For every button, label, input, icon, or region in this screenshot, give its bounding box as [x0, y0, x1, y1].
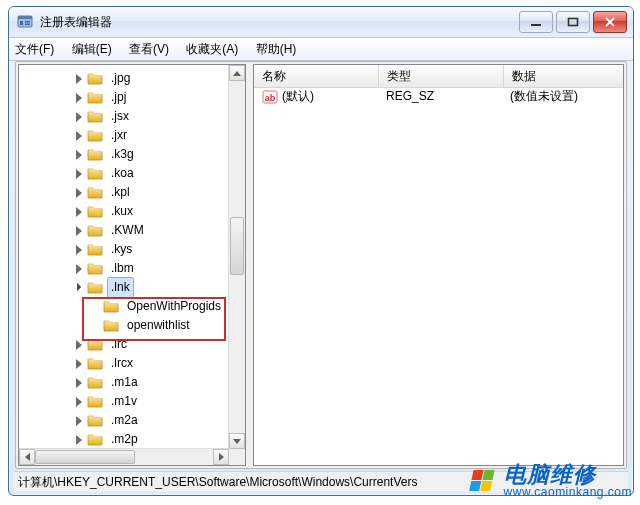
tree-node[interactable]: .kys: [19, 240, 229, 259]
svg-rect-4: [25, 24, 30, 26]
scroll-left-button[interactable]: [19, 449, 35, 465]
menu-help[interactable]: 帮助(H): [256, 42, 297, 56]
tree-node[interactable]: .lrcx: [19, 354, 229, 373]
tree-scrollbar-vertical[interactable]: [228, 65, 245, 449]
svg-rect-11: [469, 481, 481, 491]
windows-flag-icon: [468, 468, 498, 494]
folder-icon: [103, 319, 119, 332]
tree-node-label: .lrcx: [107, 353, 137, 374]
watermark-site: www.caominkang.com: [504, 486, 632, 499]
tree-node-label: OpenWithProgids: [123, 296, 225, 317]
tree-collapse-icon[interactable]: [73, 187, 85, 199]
splitter[interactable]: [246, 64, 251, 466]
tree-node-label: .jpj: [107, 87, 130, 108]
list-body[interactable]: ab (默认) REG_SZ (数值未设置): [254, 87, 623, 465]
scroll-down-button[interactable]: [229, 433, 245, 449]
tree-node-label: .jpg: [107, 68, 134, 89]
tree-collapse-icon[interactable]: [73, 206, 85, 218]
tree-collapse-icon[interactable]: [73, 434, 85, 446]
folder-icon: [87, 376, 103, 389]
scrollbar-corner: [229, 449, 245, 465]
tree-collapse-icon[interactable]: [73, 225, 85, 237]
folder-icon: [87, 186, 103, 199]
tree-node[interactable]: .k3g: [19, 145, 229, 164]
folder-icon: [87, 224, 103, 237]
tree-node[interactable]: .KWM: [19, 221, 229, 240]
folder-icon: [87, 433, 103, 446]
tree-node[interactable]: .kux: [19, 202, 229, 221]
tree-node-label: .m2p: [107, 429, 142, 449]
tree-collapse-icon[interactable]: [73, 339, 85, 351]
tree-node-label: .kys: [107, 239, 136, 260]
tree-collapse-icon[interactable]: [73, 358, 85, 370]
column-header-data[interactable]: 数据: [504, 65, 623, 87]
tree-node[interactable]: .m1a: [19, 373, 229, 392]
client-area: .jpg.jpj.jsx.jxr.k3g.koa.kpl.kux.KWM.kys…: [15, 61, 627, 469]
folder-icon: [87, 167, 103, 180]
tree-node[interactable]: openwithlist: [19, 316, 229, 335]
tree-node[interactable]: .lbm: [19, 259, 229, 278]
tree-node[interactable]: .m2a: [19, 411, 229, 430]
folder-icon: [87, 414, 103, 427]
tree-collapse-icon[interactable]: [73, 415, 85, 427]
menu-file[interactable]: 文件(F): [15, 42, 54, 56]
menu-edit[interactable]: 编辑(E): [72, 42, 112, 56]
folder-icon: [87, 129, 103, 142]
svg-rect-5: [531, 24, 541, 26]
tree-node-label: .lrc: [107, 334, 131, 355]
close-button[interactable]: [593, 11, 627, 33]
tree-node[interactable]: .lnk: [19, 278, 229, 297]
tree-collapse-icon[interactable]: [73, 73, 85, 85]
scroll-thumb-vertical[interactable]: [230, 217, 244, 275]
tree-collapse-icon[interactable]: [73, 92, 85, 104]
tree-node[interactable]: .m2p: [19, 430, 229, 449]
tree-node[interactable]: .jpj: [19, 88, 229, 107]
tree-node[interactable]: OpenWithProgids: [19, 297, 229, 316]
tree-collapse-icon[interactable]: [73, 168, 85, 180]
tree-node-label: .lbm: [107, 258, 138, 279]
tree-expand-icon[interactable]: [73, 282, 85, 294]
svg-rect-1: [18, 16, 32, 19]
folder-icon: [87, 357, 103, 370]
list-panel: 名称 类型 数据 ab (默认) REG_SZ (数值未设置): [253, 64, 624, 466]
statusbar-path: 计算机\HKEY_CURRENT_USER\Software\Microsoft…: [18, 475, 417, 489]
tree-collapse-icon[interactable]: [73, 130, 85, 142]
tree-collapse-icon[interactable]: [73, 111, 85, 123]
svg-rect-10: [482, 470, 494, 480]
scroll-thumb-horizontal[interactable]: [35, 450, 135, 464]
tree-collapse-icon[interactable]: [73, 396, 85, 408]
tree-panel: .jpg.jpj.jsx.jxr.k3g.koa.kpl.kux.KWM.kys…: [18, 64, 246, 466]
folder-icon: [87, 148, 103, 161]
tree-body[interactable]: .jpg.jpj.jsx.jxr.k3g.koa.kpl.kux.KWM.kys…: [19, 65, 229, 449]
titlebar[interactable]: 注册表编辑器: [9, 7, 633, 38]
tree-node[interactable]: .lrc: [19, 335, 229, 354]
tree-node[interactable]: .jxr: [19, 126, 229, 145]
folder-icon: [87, 72, 103, 85]
tree-node[interactable]: .jsx: [19, 107, 229, 126]
maximize-button[interactable]: [556, 11, 590, 33]
tree-node[interactable]: .kpl: [19, 183, 229, 202]
tree-collapse-icon[interactable]: [73, 149, 85, 161]
tree-node[interactable]: .koa: [19, 164, 229, 183]
tree-scrollbar-horizontal[interactable]: [19, 448, 229, 465]
tree-node[interactable]: .jpg: [19, 69, 229, 88]
tree-collapse-icon[interactable]: [73, 263, 85, 275]
column-header-name[interactable]: 名称: [254, 65, 379, 87]
tree-collapse-icon[interactable]: [73, 244, 85, 256]
folder-icon: [87, 205, 103, 218]
scroll-up-button[interactable]: [229, 65, 245, 81]
watermark-title: 电脑维修: [504, 463, 632, 486]
tree-collapse-icon[interactable]: [73, 377, 85, 389]
list-row[interactable]: ab (默认) REG_SZ (数值未设置): [254, 87, 623, 106]
folder-icon: [87, 262, 103, 275]
column-header-type[interactable]: 类型: [379, 65, 504, 87]
menu-view[interactable]: 查看(V): [129, 42, 169, 56]
minimize-button[interactable]: [519, 11, 553, 33]
list-header: 名称 类型 数据: [254, 65, 623, 88]
folder-icon: [87, 281, 103, 294]
folder-icon: [87, 243, 103, 256]
svg-rect-3: [25, 21, 30, 23]
menu-favorites[interactable]: 收藏夹(A): [186, 42, 238, 56]
tree-node[interactable]: .m1v: [19, 392, 229, 411]
scroll-right-button[interactable]: [213, 449, 229, 465]
